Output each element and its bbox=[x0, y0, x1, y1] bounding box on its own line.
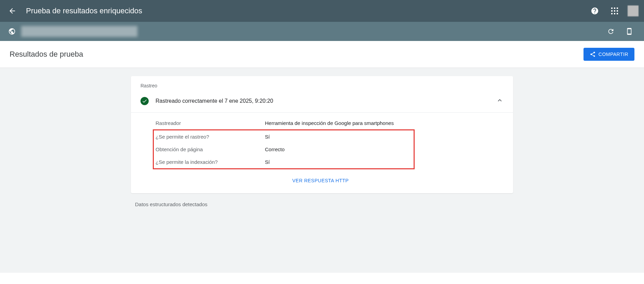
apps-icon bbox=[611, 8, 618, 14]
apps-button[interactable] bbox=[608, 5, 621, 17]
share-button[interactable]: COMPARTIR bbox=[583, 48, 634, 61]
http-response-row: VER RESPUESTA HTTP bbox=[180, 169, 504, 193]
crawl-status-row[interactable]: Rastreado correctamente el 7 ene 2025, 9… bbox=[131, 91, 513, 113]
detail-row-crawl-allowed: ¿Se permite el rastreo? Sí bbox=[156, 130, 414, 143]
detail-label: ¿Se permite la indexación? bbox=[156, 159, 265, 165]
device-button[interactable] bbox=[623, 25, 636, 38]
globe-icon bbox=[8, 28, 16, 35]
url-input[interactable] bbox=[21, 26, 137, 37]
detail-value: Sí bbox=[265, 159, 270, 165]
detail-label: Rastreador bbox=[156, 120, 265, 126]
smartphone-icon bbox=[626, 28, 633, 35]
subheader-title: Resultados de prueba bbox=[10, 50, 583, 59]
detail-label: ¿Se permite el rastreo? bbox=[156, 134, 265, 140]
page-title: Prueba de resultados enriquecidos bbox=[26, 6, 588, 15]
detail-row-index-allowed: ¿Se permite la indexación? Sí bbox=[156, 156, 414, 168]
crawl-status-text: Rastreado correctamente el 7 ene 2025, 9… bbox=[156, 98, 496, 104]
avatar[interactable] bbox=[628, 5, 639, 16]
crawl-section-label: Rastreo bbox=[131, 76, 513, 91]
help-button[interactable] bbox=[588, 4, 602, 18]
crawl-details: Rastreador Herramienta de inspección de … bbox=[131, 113, 513, 193]
share-icon bbox=[590, 51, 596, 57]
top-actions bbox=[588, 4, 639, 18]
top-bar: Prueba de resultados enriquecidos bbox=[0, 0, 644, 22]
detail-value: Sí bbox=[265, 134, 270, 140]
check-circle-icon bbox=[140, 97, 149, 105]
share-label: COMPARTIR bbox=[599, 52, 628, 57]
help-icon bbox=[591, 7, 599, 15]
highlight-box: ¿Se permite el rastreo? Sí Obtención de … bbox=[153, 129, 415, 169]
detail-row-crawler: Rastreador Herramienta de inspección de … bbox=[156, 117, 504, 129]
main-content: Rastreo Rastreado correctamente el 7 ene… bbox=[0, 68, 644, 273]
detail-value: Herramienta de inspección de Google para… bbox=[265, 120, 394, 126]
chevron-up-icon bbox=[496, 97, 504, 105]
back-button[interactable] bbox=[5, 4, 19, 18]
refresh-icon bbox=[607, 28, 615, 35]
detail-value: Correcto bbox=[265, 146, 285, 152]
detail-row-page-fetch: Obtención de página Correcto bbox=[156, 143, 414, 156]
subheader: Resultados de prueba COMPARTIR bbox=[0, 41, 644, 68]
structured-data-label: Datos estructurados detectados bbox=[131, 201, 513, 207]
http-response-link[interactable]: VER RESPUESTA HTTP bbox=[292, 178, 349, 183]
detail-label: Obtención de página bbox=[156, 146, 265, 152]
refresh-button[interactable] bbox=[604, 25, 617, 38]
url-bar bbox=[0, 22, 644, 41]
crawl-card: Rastreo Rastreado correctamente el 7 ene… bbox=[131, 76, 513, 193]
arrow-left-icon bbox=[8, 7, 16, 15]
